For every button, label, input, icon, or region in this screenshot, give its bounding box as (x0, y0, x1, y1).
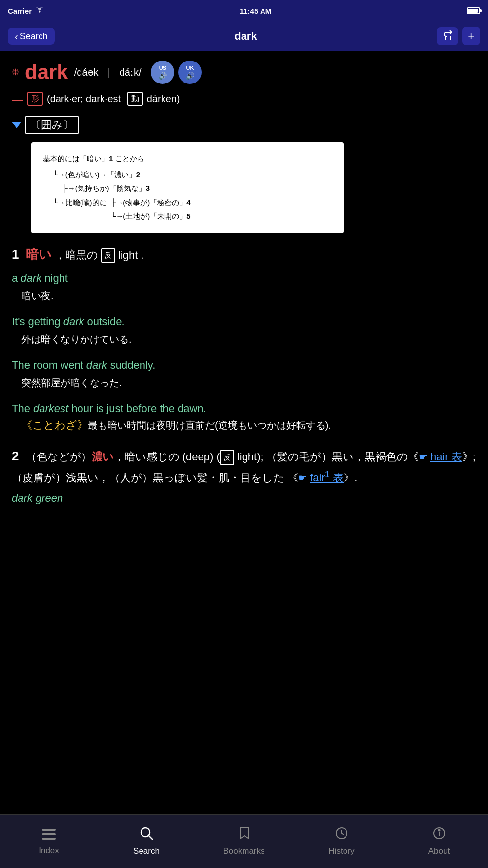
tree-branch: └→(色が暗い)→「濃い」2 ├→(気持ちが)「陰気な」3 └→比喩(喩)的に … (43, 168, 332, 224)
status-battery (467, 7, 480, 14)
pos-dash: — (12, 92, 23, 106)
example-1-2-en: It's getting dark outside. (12, 313, 476, 330)
tab-history-label: History (329, 847, 355, 856)
back-button[interactable]: ‹ Search (8, 28, 55, 45)
pos-verbform: dárken) (147, 93, 180, 104)
dictionary-content: ❊ dark /dáək ｜ dáːk/ US 🔊 UK 🔊 — 形 (dark… (0, 51, 488, 575)
pron-divider: ｜ (104, 67, 117, 78)
def2-number: 2 (12, 449, 19, 463)
speaker-us-icon: 🔊 (159, 72, 167, 80)
def2-text: 2 （色などが）濃い，暗い感じの (deep) (反 light); （髪の毛が… (12, 445, 476, 487)
def2-paren1: （色などが） (26, 451, 92, 463)
tab-index[interactable]: Index (0, 815, 98, 868)
audio-uk-label: UK (186, 65, 194, 71)
def1-period: . (141, 249, 143, 261)
tab-about[interactable]: About (390, 815, 488, 868)
back-chevron-icon: ‹ (15, 31, 18, 42)
tab-bookmarks[interactable]: Bookmarks (195, 815, 293, 868)
svg-rect-0 (42, 829, 56, 831)
tab-index-label: Index (39, 846, 59, 856)
example-1-2-ja: 外は暗くなりかけている. (12, 331, 476, 347)
hair-table-link[interactable]: hair 表 (430, 451, 462, 463)
tree-diagram: 基本的には「暗い」1 ことから └→(色が暗い)→「濃い」2 ├→(気持ちが)「… (31, 142, 344, 233)
audio-us-label: US (159, 65, 166, 71)
definition-2: 2 （色などが）濃い，暗い感じの (deep) (反 light); （髪の毛が… (12, 445, 476, 505)
example-italic-dark: dark (20, 272, 41, 284)
def1-text: ，暗黒の (55, 249, 101, 261)
svg-rect-1 (42, 833, 56, 835)
about-icon (432, 827, 446, 844)
proverb-ja: 《ことわざ》最も暗い時間は夜明け直前だ(逆境もいつかは好転する). (12, 416, 476, 434)
definition-1: 1 暗い ，暗黒の 反 light . a dark night 暗い夜. It… (12, 245, 476, 434)
example-1-3: The room went dark suddenly. 突然部屋が暗くなった. (12, 357, 476, 391)
battery-icon (467, 7, 480, 14)
tab-about-label: About (428, 847, 450, 856)
example-italic-dark4: dark (12, 492, 33, 504)
def1-antonym-word: light (118, 249, 138, 261)
def2-japanese: 濃い (92, 451, 114, 463)
tree-line2: └→(色が暗い)→「濃い」2 (53, 168, 332, 182)
svg-line-4 (149, 836, 153, 840)
pronunciation: /dáək ｜ dáːk/ (74, 66, 142, 79)
example-italic-dark3: dark (86, 359, 107, 371)
collapse-triangle-icon (12, 122, 21, 128)
index-icon (42, 827, 56, 843)
tree-line5: └→(土地が)「未開の」5 (111, 209, 191, 224)
audio-uk-button[interactable]: UK 🔊 (178, 61, 202, 84)
svg-point-3 (141, 828, 150, 837)
headword: dark (25, 61, 68, 84)
carrier-label: Carrier (8, 7, 32, 15)
pron-text2: dáːk/ (120, 67, 142, 78)
tree-line4: ├→(物事が)「秘密の」4 (111, 196, 191, 210)
word-header: ❊ dark /dáək ｜ dáːk/ US 🔊 UK 🔊 (12, 61, 476, 84)
tab-search-label: Search (133, 847, 160, 856)
share-icon (443, 30, 452, 42)
def1-number: 1 (12, 247, 19, 262)
collapse-label: 〔囲み〕 (25, 116, 79, 134)
history-icon (335, 827, 348, 844)
status-time: 11:45 AM (240, 7, 271, 15)
audio-buttons: US 🔊 UK 🔊 (151, 61, 202, 84)
example-1-4-proverb: The darkest hour is just before the dawn… (12, 400, 476, 434)
def1-japanese: 暗い (26, 247, 52, 262)
antonym-box-1: 反 (101, 248, 115, 263)
example-1-1: a dark night 暗い夜. (12, 270, 476, 304)
wifi-icon (35, 7, 44, 15)
collapse-section[interactable]: 〔囲み〕 (12, 116, 476, 134)
example-1-1-ja: 暗い夜. (12, 288, 476, 304)
pron-text1: /dáək (74, 67, 99, 78)
proverb-label: 《ことわざ》 (21, 419, 88, 431)
hand-ref-1-icon: ☛ (419, 452, 427, 462)
pos-box: 形 (27, 92, 43, 106)
tab-history[interactable]: History (293, 815, 390, 868)
audio-us-button[interactable]: US 🔊 (151, 61, 174, 84)
back-label: Search (20, 31, 48, 41)
share-button[interactable] (437, 27, 458, 45)
tree-line3: ├→(気持ちが)「陰気な」3 (53, 182, 332, 196)
svg-rect-2 (42, 838, 56, 840)
pos-forms: (dark·er; dark·est; (47, 93, 123, 104)
nav-bar: ‹ Search dark + (0, 21, 488, 51)
pos-line: — 形 (dark·er; dark·est; 動 dárken) (12, 92, 476, 106)
tab-search[interactable]: Search (98, 815, 195, 868)
tree-line1: 基本的には「暗い」1 ことから (43, 152, 332, 166)
example-2-1: dark green (12, 492, 476, 505)
example-1-2: It's getting dark outside. 外は暗くなりかけている. (12, 313, 476, 347)
example-2-1-en: dark green (12, 492, 476, 505)
tree-line-group: └→比喩(喩)的に ├→(物事が)「秘密の」4 └→(土地が)「未開の」5 (53, 196, 332, 224)
speaker-uk-icon: 🔊 (186, 72, 194, 80)
add-button[interactable]: + (462, 27, 480, 45)
fair-table-link[interactable]: fair1 表 (310, 472, 344, 484)
hand-ref-2-icon: ☛ (298, 473, 307, 483)
tab-bookmarks-label: Bookmarks (223, 847, 264, 856)
example-1-3-en: The room went dark suddenly. (12, 357, 476, 373)
plus-icon: + (468, 30, 474, 42)
example-1-1-en: a dark night (12, 270, 476, 286)
entry-asterisk: ❊ (12, 67, 19, 78)
proverb-en: The darkest hour is just before the dawn… (12, 400, 476, 416)
status-bar: Carrier 11:45 AM (0, 0, 488, 21)
example-italic-darkest: darkest (33, 402, 68, 414)
status-carrier: Carrier (8, 7, 44, 15)
nav-title: dark (234, 30, 257, 42)
nav-actions: + (437, 27, 480, 45)
